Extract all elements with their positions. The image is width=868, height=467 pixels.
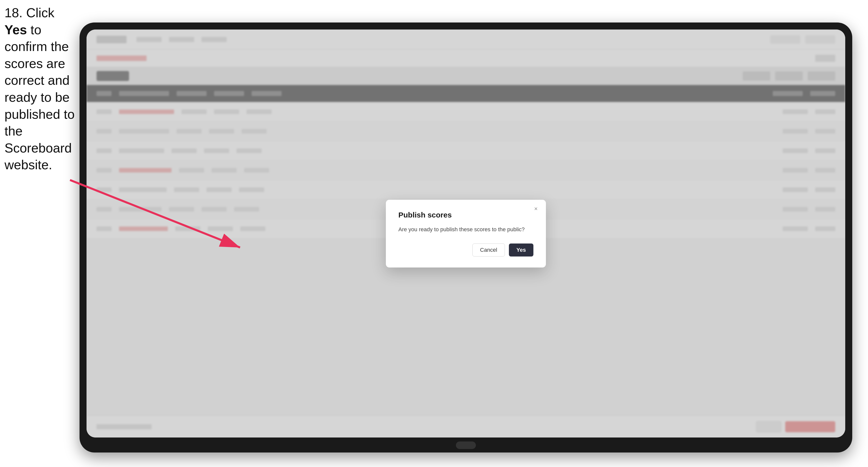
modal-close-button[interactable]: × — [531, 204, 540, 213]
step-number: 18. — [4, 5, 23, 20]
instruction-text: 18. Click Yes to confirm the scores are … — [4, 4, 77, 174]
yes-button[interactable]: Yes — [509, 244, 533, 256]
modal-buttons: Cancel Yes — [398, 244, 533, 256]
tablet-device: × Publish scores Are you ready to publis… — [80, 23, 852, 453]
instruction-prefix: Click — [23, 5, 54, 20]
tablet-home-bar — [456, 441, 476, 449]
app-screen: × Publish scores Are you ready to publis… — [87, 30, 845, 437]
instruction-suffix: to confirm the scores are correct and re… — [4, 23, 74, 172]
tablet-screen: × Publish scores Are you ready to publis… — [87, 30, 845, 437]
modal-overlay: × Publish scores Are you ready to publis… — [87, 30, 845, 437]
modal-message: Are you ready to publish these scores to… — [398, 225, 533, 234]
modal-title: Publish scores — [398, 211, 533, 219]
cancel-button[interactable]: Cancel — [472, 244, 505, 256]
publish-scores-dialog: × Publish scores Are you ready to publis… — [386, 200, 546, 268]
yes-emphasis: Yes — [4, 23, 27, 37]
